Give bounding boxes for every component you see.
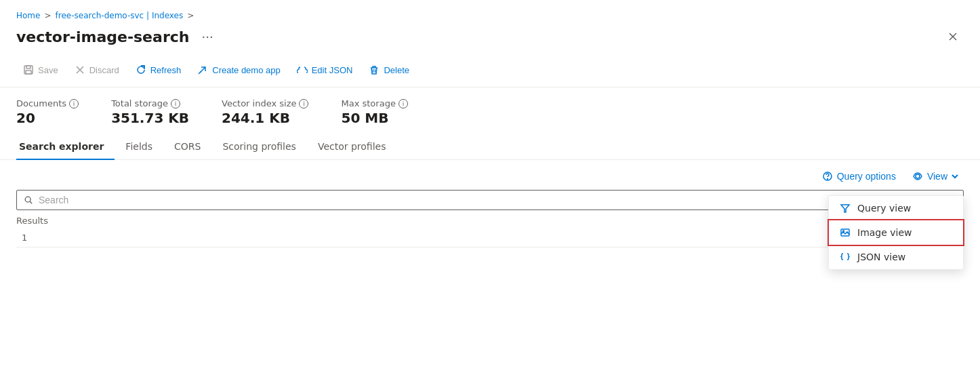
- save-button[interactable]: Save: [16, 61, 65, 79]
- tab-cors[interactable]: CORS: [163, 134, 211, 160]
- query-options-icon: [822, 171, 833, 182]
- svg-point-10: [827, 179, 828, 180]
- metric-documents: Documents i 20: [16, 98, 79, 126]
- documents-info-icon[interactable]: i: [69, 99, 79, 108]
- results-table: 1: [16, 228, 964, 247]
- page-title: vector-image-search: [16, 28, 189, 45]
- edit-json-button[interactable]: Edit JSON: [290, 61, 360, 79]
- refresh-icon: [136, 64, 146, 75]
- query-toolbar: Query options View: [16, 160, 964, 190]
- chevron-down-icon: [952, 173, 958, 180]
- search-input[interactable]: [39, 195, 956, 205]
- row-content: [43, 228, 964, 247]
- breadcrumb-home[interactable]: Home: [16, 11, 40, 20]
- total-storage-info-icon[interactable]: i: [171, 99, 180, 108]
- create-demo-button[interactable]: Create demo app: [190, 61, 287, 79]
- metric-vector-index-size: Vector index size i 244.1 KB: [222, 98, 308, 126]
- vector-index-info-icon[interactable]: i: [299, 99, 308, 108]
- save-icon: [23, 64, 34, 75]
- close-icon: [947, 31, 958, 42]
- results-label: Results: [16, 216, 964, 226]
- svg-point-12: [25, 197, 30, 202]
- create-demo-icon: [197, 64, 208, 75]
- dropdown-item-query-view[interactable]: Query view: [829, 196, 963, 220]
- delete-button[interactable]: Delete: [362, 61, 416, 79]
- row-number: 1: [16, 228, 43, 247]
- max-storage-value: 50 MB: [341, 110, 407, 126]
- tab-fields[interactable]: Fields: [115, 134, 163, 160]
- close-button[interactable]: [942, 26, 964, 47]
- toolbar: Save Discard Refresh Create demo app: [0, 56, 980, 87]
- image-icon: [840, 227, 851, 238]
- title-bar: vector-image-search ···: [0, 23, 980, 56]
- view-button[interactable]: View: [907, 168, 964, 184]
- dropdown-item-image-view[interactable]: Image view: [829, 220, 963, 245]
- svg-marker-14: [841, 205, 849, 212]
- page-container: Home > free-search-demo-svc | Indexes > …: [0, 0, 980, 379]
- vector-index-value: 244.1 KB: [222, 110, 308, 126]
- tab-vector-profiles[interactable]: Vector profiles: [307, 134, 397, 160]
- discard-icon: [75, 64, 85, 75]
- svg-point-16: [843, 231, 844, 232]
- breadcrumb-sep1: >: [44, 11, 51, 20]
- breadcrumb-sep2: >: [187, 11, 194, 20]
- filter-icon: [840, 203, 851, 214]
- tabs: Search explorer Fields CORS Scoring prof…: [0, 134, 980, 160]
- tab-scoring-profiles[interactable]: Scoring profiles: [211, 134, 307, 160]
- delete-icon: [369, 64, 380, 75]
- metrics-row: Documents i 20 Total storage i 351.73 KB…: [0, 87, 980, 134]
- edit-json-icon: [297, 64, 308, 75]
- dropdown-menu: Query view Image view: [828, 195, 964, 270]
- total-storage-value: 351.73 KB: [111, 110, 189, 126]
- metric-total-storage: Total storage i 351.73 KB: [111, 98, 189, 126]
- tab-search-explorer[interactable]: Search explorer: [16, 134, 115, 160]
- svg-line-13: [30, 201, 32, 203]
- refresh-button[interactable]: Refresh: [129, 61, 188, 79]
- svg-point-11: [916, 174, 920, 178]
- query-options-button[interactable]: Query options: [817, 168, 901, 184]
- braces-icon: [840, 252, 851, 262]
- view-icon: [912, 171, 923, 182]
- metric-max-storage: Max storage i 50 MB: [341, 98, 407, 126]
- ellipsis-button[interactable]: ···: [197, 28, 217, 45]
- content-area: Query options View: [0, 160, 980, 247]
- search-icon: [24, 195, 33, 205]
- breadcrumb: Home > free-search-demo-svc | Indexes >: [0, 0, 980, 23]
- max-storage-info-icon[interactable]: i: [399, 99, 408, 108]
- title-left: vector-image-search ···: [16, 28, 218, 45]
- breadcrumb-service[interactable]: free-search-demo-svc | Indexes: [56, 11, 184, 20]
- search-bar: [16, 190, 964, 210]
- svg-rect-4: [26, 71, 31, 74]
- svg-rect-3: [26, 66, 30, 68]
- table-row: 1: [16, 228, 964, 247]
- discard-button[interactable]: Discard: [68, 61, 126, 79]
- dropdown-item-json-view[interactable]: JSON view: [829, 245, 963, 269]
- documents-value: 20: [16, 110, 79, 126]
